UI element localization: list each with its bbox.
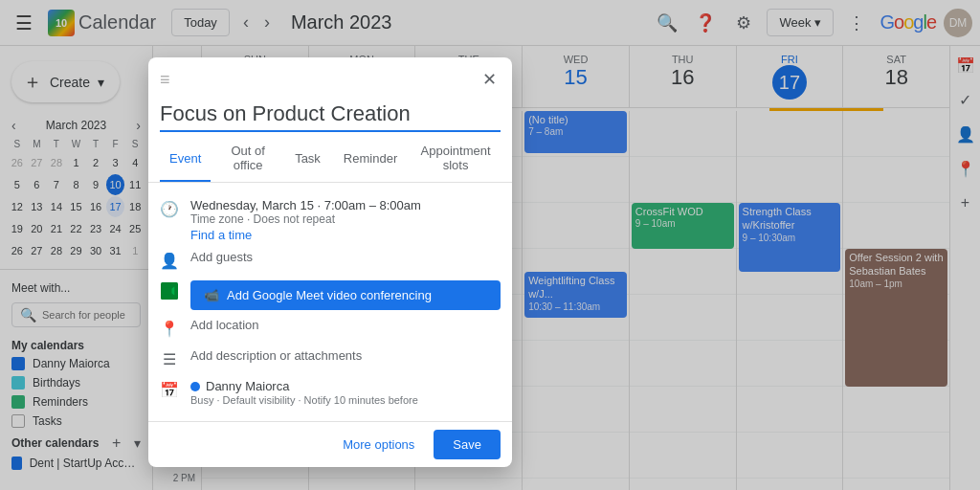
owner-name: Danny Maiorca [206, 379, 289, 393]
modal-footer: More options Save [148, 421, 512, 467]
more-options-button[interactable]: More options [331, 430, 426, 459]
gmeet-content: 📹 Add Google Meet video conferencing [190, 280, 501, 310]
calendar-owner: Danny Maiorca [190, 379, 501, 393]
video-icon [160, 280, 179, 303]
modal-drag-handle: ≡ [160, 70, 170, 90]
add-guests-input[interactable] [190, 250, 501, 264]
modal-overlay: ≡ ✕ Event Out of office Task Reminder Ap… [0, 0, 980, 490]
modal-tabs: Event Out of office Task Reminder Appoin… [148, 136, 512, 183]
tab-appointment-slots[interactable]: Appointment slots [411, 136, 501, 182]
find-time-link[interactable]: Find a time [190, 228, 501, 242]
modal-description-row: ☰ [148, 345, 512, 375]
modal-header: ≡ ✕ [148, 57, 512, 94]
tab-task[interactable]: Task [285, 136, 330, 182]
timezone-text: Time zone · Does not repeat [190, 212, 501, 226]
datetime-content: Wednesday, March 15 · 7:00am – 8:00am Ti… [190, 198, 501, 242]
add-location-input[interactable] [190, 318, 501, 332]
tab-reminder[interactable]: Reminder [334, 136, 407, 182]
location-icon: 📍 [160, 318, 179, 338]
tab-out-of-office[interactable]: Out of office [214, 136, 281, 182]
description-icon: ☰ [160, 348, 179, 368]
gmeet-icon: 📹 [204, 288, 219, 302]
modal-gmeet-row: 📹 Add Google Meet video conferencing [148, 277, 512, 314]
person-add-icon: 👤 [160, 250, 179, 270]
event-title-input[interactable] [160, 101, 501, 132]
modal-body: 🕐 Wednesday, March 15 · 7:00am – 8:00am … [148, 183, 512, 421]
modal-location-row: 📍 [148, 314, 512, 345]
modal-close-button[interactable]: ✕ [479, 65, 501, 94]
add-description-input[interactable] [190, 348, 501, 363]
tab-event[interactable]: Event [160, 136, 211, 182]
description-content [190, 348, 501, 363]
modal-guests-row: 👤 [148, 246, 512, 277]
svg-rect-2 [163, 287, 171, 295]
save-button[interactable]: Save [434, 430, 501, 459]
gmeet-label: Add Google Meet video conferencing [227, 288, 432, 302]
calendar-icon: 📅 [160, 379, 179, 399]
location-content [190, 318, 501, 332]
clock-icon: 🕐 [160, 198, 179, 218]
guests-content [190, 250, 501, 264]
owner-dot [190, 382, 200, 391]
owner-detail: Busy · Default visibility · Notify 10 mi… [190, 394, 501, 406]
add-gmeet-button[interactable]: 📹 Add Google Meet video conferencing [190, 280, 501, 310]
datetime-text[interactable]: Wednesday, March 15 · 7:00am – 8:00am [190, 198, 501, 212]
modal-datetime-row: 🕐 Wednesday, March 15 · 7:00am – 8:00am … [148, 194, 512, 246]
modal-owner-row: 📅 Danny Maiorca Busy · Default visibilit… [148, 375, 512, 410]
owner-content: Danny Maiorca Busy · Default visibility … [190, 379, 501, 406]
event-create-modal: ≡ ✕ Event Out of office Task Reminder Ap… [148, 57, 512, 467]
